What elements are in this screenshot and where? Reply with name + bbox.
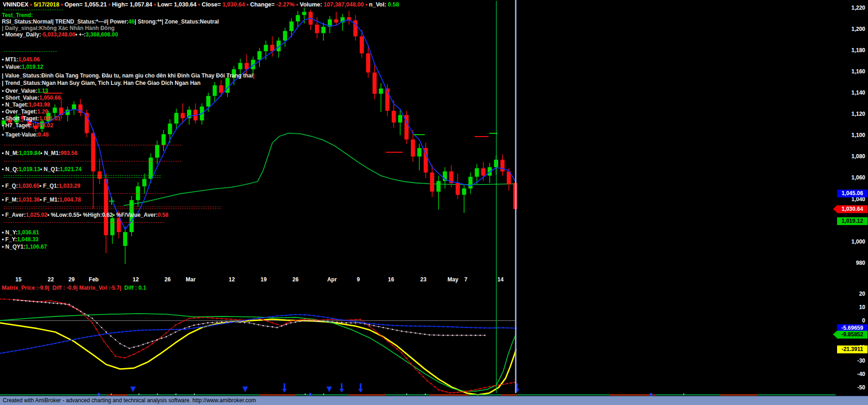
main-price-pane[interactable] xyxy=(0,0,836,275)
date-axis-label: 23 xyxy=(413,276,434,283)
price-axis-label: 1,000 xyxy=(837,238,865,245)
date-axis-label: 9 xyxy=(348,276,369,283)
date-axis-label: 14 xyxy=(490,276,511,283)
date-axis-label: Feb xyxy=(83,276,104,283)
date-axis-label: 19 xyxy=(253,276,274,283)
price-badge: 1,030.64 xyxy=(837,205,868,213)
price-axis-label: 1,120 xyxy=(837,111,865,117)
price-axis-label: 980 xyxy=(837,260,865,266)
indicator-axis-label: -40 xyxy=(837,371,865,377)
status-bar-text: Created with AmiBroker - advanced charti… xyxy=(3,397,256,404)
date-axis-label: 26 xyxy=(157,276,178,283)
price-badge: 1,019.12 xyxy=(837,217,868,225)
date-axis-label: 12 xyxy=(125,276,146,283)
amibroker-window: VNINDEX • 5/17/2018 • Open= 1,055.21 • H… xyxy=(0,0,868,405)
price-axis-label: 1,100 xyxy=(837,132,865,138)
date-axis-label: 12 xyxy=(221,276,242,283)
matrix-indicator-pane[interactable] xyxy=(0,283,836,393)
price-axis-label: 1,180 xyxy=(837,47,865,54)
date-axis-label: 26 xyxy=(285,276,306,283)
indicator-badge: -21.3911 xyxy=(837,345,868,353)
indicator-axis-label: 0 xyxy=(837,317,865,324)
indicator-axis-label: 10 xyxy=(837,304,865,310)
price-axis-label: 1,140 xyxy=(837,89,865,96)
price-axis-label: 1,220 xyxy=(837,5,865,11)
date-axis-label: 29 xyxy=(61,276,82,283)
date-axis-label: Apr xyxy=(321,276,343,283)
indicator-axis-label: -30 xyxy=(837,357,865,364)
date-axis-label: Mar xyxy=(180,276,201,283)
date-axis-label: 7 xyxy=(455,276,476,283)
price-axis-label: 1,200 xyxy=(837,26,865,32)
indicator-axis-label: -50 xyxy=(837,384,865,391)
date-axis-label: 15 xyxy=(8,276,29,283)
date-axis-label: 22 xyxy=(40,276,61,283)
indicator-badge: -9.85852 xyxy=(837,331,868,339)
status-bar: Created with AmiBroker - advanced charti… xyxy=(0,396,868,405)
price-axis-label: 1,080 xyxy=(837,153,865,160)
indicator-axis-label: 20 xyxy=(837,291,865,297)
price-axis-label: 1,160 xyxy=(837,68,865,75)
date-axis-label: 16 xyxy=(380,276,402,283)
price-badge: 1,045.06 xyxy=(837,190,868,197)
price-axis-label: 1,060 xyxy=(837,174,865,181)
